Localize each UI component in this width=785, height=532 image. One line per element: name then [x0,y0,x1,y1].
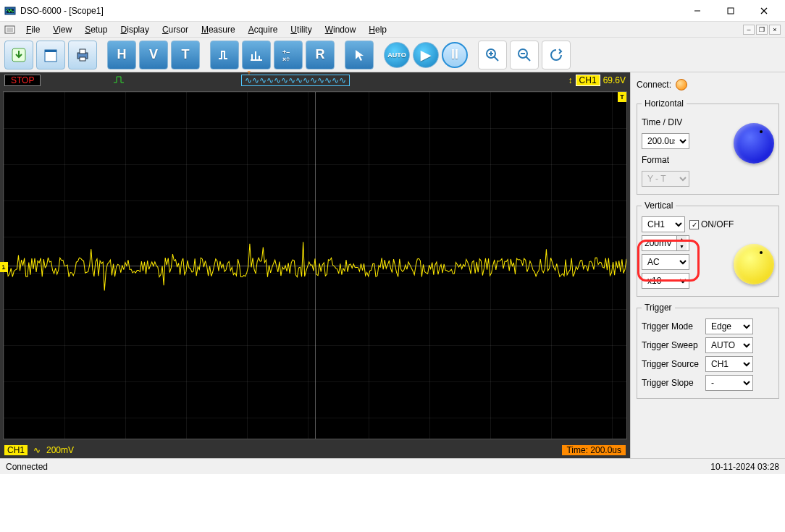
right-panel: Connect: Horizontal Time / DIV 200.0us F… [630,72,785,458]
channel-onoff-checkbox[interactable]: ✓ON/OFF [689,219,734,229]
toolbar: H V T +–×÷ R AUTO ▶ II [0,38,785,72]
bars-button[interactable] [242,41,271,69]
menu-window[interactable]: Window [319,23,362,36]
svg-line-23 [494,56,498,61]
pause-button[interactable]: II [442,42,468,68]
r-button[interactable]: R [306,41,335,69]
trigger-preview: T∿∿∿∿∿∿∿∿∿∿∿∿∿∿ [241,75,350,86]
main-area: STOP T∿∿∿∿∿∿∿∿∿∿∿∿∿∿ ↕ CH1 69.6V T 1 CH1… [0,72,785,458]
statusbar: Connected 10-11-2024 03:28 [0,458,785,474]
menubar: File View Setup Display Cursor Measure A… [0,22,785,38]
trigger-slope-select[interactable]: - [705,375,753,391]
menu-display[interactable]: Display [115,23,155,36]
zoom-out-button[interactable] [510,41,539,69]
pulse-icon [113,75,127,87]
run-button[interactable]: ▶ [413,42,439,68]
scope-area: STOP T∿∿∿∿∿∿∿∿∿∿∿∿∿∿ ↕ CH1 69.6V T 1 CH1… [0,72,630,458]
doc-icon [4,25,16,34]
svg-line-27 [526,56,530,61]
save-button[interactable] [4,41,33,69]
refresh-button[interactable] [542,41,571,69]
bottom-ch-label: CH1 [4,445,28,455]
svg-text:×÷: ×÷ [282,56,290,63]
auto-button[interactable]: AUTO [384,42,410,68]
trigger-sweep-select[interactable]: AUTO [705,337,753,353]
run-state: STOP [4,75,41,86]
titlebar: DSO-6000 - [Scope1] [0,0,785,22]
bottom-voltdiv: 200mV [46,445,74,455]
connect-label: Connect: [637,80,671,90]
menu-setup[interactable]: Setup [79,23,113,36]
menu-view[interactable]: View [47,23,77,36]
bottom-coupling-icon: ∿ [33,445,41,455]
trigger-mode-select[interactable]: Edge [705,318,753,334]
svg-rect-15 [80,57,85,61]
window-title: DSO-6000 - [Scope1] [20,6,681,16]
oscilloscope-display[interactable]: T 1 [3,91,627,439]
highlight-annotation [637,240,700,282]
bottom-timediv: Time: 200.0us [562,445,626,455]
menu-cursor[interactable]: Cursor [156,23,194,36]
vertical-knob[interactable] [734,244,774,284]
trigger-slope-label: Trigger Slope [642,378,701,388]
connect-row: Connect: [637,77,779,93]
waveform-trace [4,92,626,439]
statusbar-right: 10-11-2024 03:28 [710,462,779,472]
zoom-in-button[interactable] [478,41,507,69]
cursor-t-button[interactable]: T [171,41,200,69]
connect-status-icon [676,79,687,90]
open-button[interactable] [36,41,65,69]
trigger-legend: Trigger [642,303,675,313]
svg-rect-3 [728,8,734,14]
format-select: Y - T [642,171,689,187]
format-label: Format [642,155,701,165]
app-icon [4,5,16,17]
menu-utility[interactable]: Utility [285,23,317,36]
print-button[interactable] [68,41,97,69]
mdi-close-button[interactable]: × [769,25,781,35]
trigger-source-label: Trigger Source [642,359,701,369]
trigger-sweep-label: Trigger Sweep [642,340,701,350]
maximize-button[interactable] [714,0,747,22]
scope-status-strip: STOP T∿∿∿∿∿∿∿∿∿∿∿∿∿∿ ↕ CH1 69.6V [0,72,630,88]
pulse-button[interactable] [210,41,239,69]
minimize-button[interactable] [681,0,714,22]
svg-rect-12 [45,50,56,52]
channel-select[interactable]: CH1 [642,216,685,232]
mdi-minimize-button[interactable]: – [743,25,755,35]
menu-help[interactable]: Help [363,23,392,36]
cursor-h-button[interactable]: H [107,41,136,69]
timediv-label: Time / DIV [642,117,701,127]
channel-readout: ↕ CH1 69.6V [568,75,626,86]
statusbar-left: Connected [6,462,48,472]
trigger-source-select[interactable]: CH1 [705,356,753,372]
close-button[interactable] [747,0,781,22]
menu-acquire[interactable]: Acquire [243,23,284,36]
mdi-restore-button[interactable]: ❐ [756,25,768,35]
math-button[interactable]: +–×÷ [274,41,303,69]
cursor-v-button[interactable]: V [139,41,168,69]
horizontal-legend: Horizontal [642,98,687,109]
horizontal-group: Horizontal Time / DIV 200.0us Format Y -… [637,98,779,195]
vertical-group: Vertical CH1 ✓ON/OFF ▲▼ AC x10 [637,200,779,297]
timediv-select[interactable]: 200.0us [642,133,689,149]
trigger-group: Trigger Trigger ModeEdge Trigger SweepAU… [637,303,779,399]
svg-rect-14 [80,49,85,54]
onoff-label: ON/OFF [701,219,734,229]
vertical-legend: Vertical [642,200,676,211]
trigger-mode-label: Trigger Mode [642,321,701,332]
menu-measure[interactable]: Measure [196,23,241,36]
menu-file[interactable]: File [20,23,46,36]
cursor-arrow-button[interactable] [345,41,374,69]
scope-bottom-strip: CH1 ∿ 200mV Time: 200.0us [0,442,630,458]
horizontal-knob[interactable] [734,123,774,164]
svg-text:+–: +– [282,48,290,56]
